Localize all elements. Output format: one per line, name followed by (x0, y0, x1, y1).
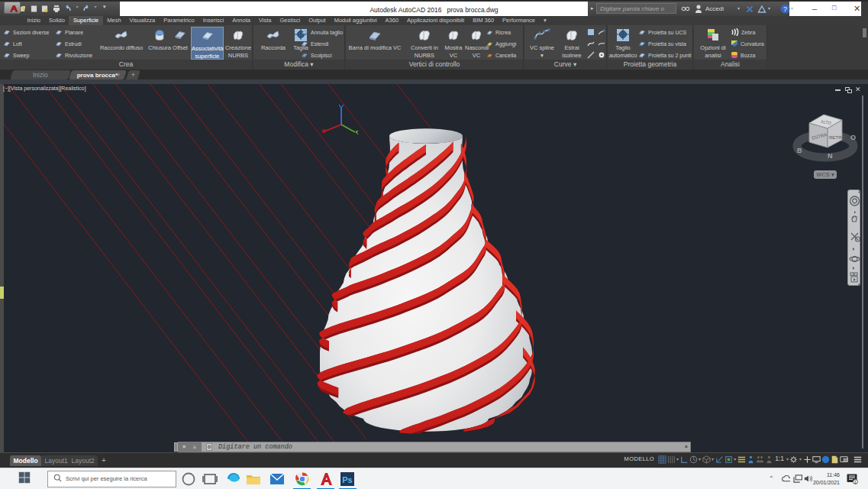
svg-text:RETRO: RETRO (829, 135, 845, 140)
svg-text:O: O (850, 134, 856, 141)
svg-text:B: B (797, 147, 802, 154)
svg-text:Ps: Ps (342, 475, 352, 484)
svg-text:?: ? (783, 5, 787, 13)
svg-text:N: N (828, 152, 833, 160)
